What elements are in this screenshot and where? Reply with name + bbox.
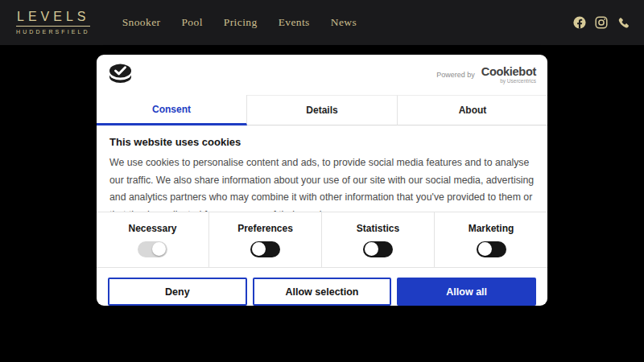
preferences-toggle[interactable] [250, 241, 280, 257]
allow-selection-button[interactable]: Allow selection [253, 278, 392, 306]
social-links [573, 16, 630, 29]
cookie-category-toggles: Necessary Preferences Statistics Marketi… [97, 212, 547, 268]
toggle-knob [478, 242, 492, 256]
cookie-dialog-buttons: Deny Allow selection Allow all [97, 268, 547, 306]
toggle-knob [365, 242, 378, 256]
allow-all-button[interactable]: Allow all [397, 278, 536, 306]
cookiebot-brand-sub: by Usercentrics [481, 79, 536, 84]
cookie-dialog-title: This website uses cookies [109, 136, 535, 148]
nav-item-news[interactable]: News [331, 16, 357, 29]
consent-tab-content: This website uses cookies We use cookies… [97, 125, 547, 212]
cookie-consent-dialog: Powered by Cookiebot by Usercentrics Con… [97, 55, 547, 306]
cookiebot-brand-name: Cookiebot [481, 66, 536, 78]
site-logo[interactable]: LEVELS HUDDERSFIELD [16, 10, 90, 35]
nav-item-pool[interactable]: Pool [181, 16, 202, 29]
toggle-knob [252, 242, 266, 256]
statistics-toggle[interactable] [363, 241, 393, 257]
nav-item-snooker[interactable]: Snooker [122, 16, 161, 29]
toggle-knob [152, 242, 166, 256]
main-nav: Snooker Pool Pricing Events News [122, 16, 357, 29]
site-header: LEVELS HUDDERSFIELD Snooker Pool Pricing… [0, 0, 644, 45]
toggle-cell-preferences: Preferences [209, 212, 322, 267]
marketing-toggle[interactable] [477, 241, 506, 257]
deny-button[interactable]: Deny [108, 278, 247, 306]
toggle-label-marketing: Marketing [469, 223, 514, 234]
toggle-cell-necessary: Necessary [97, 212, 209, 267]
nav-item-events[interactable]: Events [279, 16, 310, 29]
tab-consent[interactable]: Consent [97, 95, 247, 125]
necessary-toggle [138, 241, 167, 257]
toggle-cell-statistics: Statistics [322, 212, 435, 267]
tab-about[interactable]: About [397, 95, 547, 125]
cookie-dialog-description: We use cookies to personalise content an… [109, 154, 535, 212]
site-logo-subtitle: HUDDERSFIELD [16, 29, 90, 35]
nav-item-pricing[interactable]: Pricing [224, 16, 258, 29]
instagram-icon[interactable] [595, 16, 608, 29]
tab-details[interactable]: Details [247, 95, 397, 125]
phone-icon[interactable] [617, 16, 630, 29]
site-logo-title: LEVELS [16, 10, 90, 27]
toggle-cell-marketing: Marketing [435, 212, 547, 267]
powered-by: Powered by Cookiebot by Usercentrics [436, 66, 536, 84]
toggle-label-statistics: Statistics [357, 223, 399, 234]
powered-by-label: Powered by [436, 71, 475, 79]
cookiebot-logo[interactable]: Cookiebot by Usercentrics [481, 66, 536, 84]
cookie-dialog-tabs: Consent Details About [97, 95, 547, 125]
toggle-label-preferences: Preferences [237, 223, 293, 234]
cookiebot-check-icon [108, 63, 133, 87]
facebook-icon[interactable] [573, 16, 586, 29]
toggle-label-necessary: Necessary [128, 223, 176, 234]
cookie-dialog-header: Powered by Cookiebot by Usercentrics [97, 55, 547, 95]
